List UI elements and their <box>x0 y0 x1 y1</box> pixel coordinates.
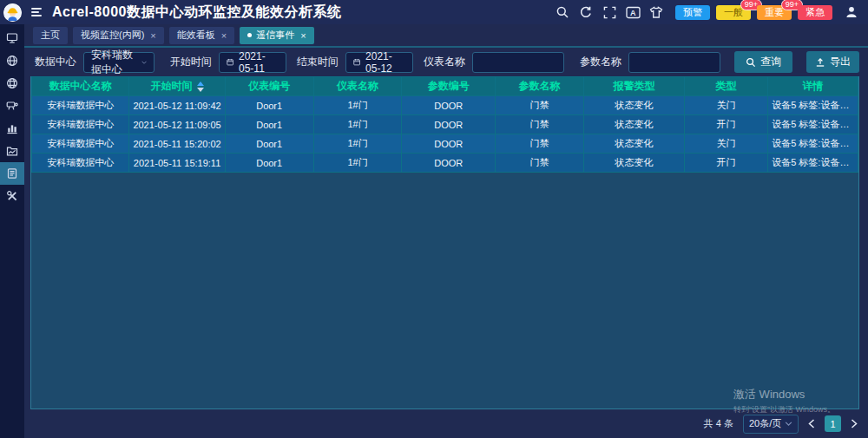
alarm-badge[interactable]: 预警 <box>675 5 710 20</box>
sidebar-item-globe[interactable] <box>0 49 24 72</box>
param-name-input[interactable] <box>629 53 720 72</box>
page-size-select[interactable]: 20条/页 <box>743 415 799 434</box>
sidebar-item-document[interactable] <box>0 162 24 185</box>
theme-icon[interactable] <box>648 4 664 20</box>
total-count: 共 4 条 <box>704 417 733 430</box>
table-cell: 安科瑞数据中心 <box>32 96 129 115</box>
table-cell: Door1 <box>225 115 313 134</box>
table-cell: 1#门 <box>313 134 402 154</box>
column-header[interactable]: 开始时间 <box>129 77 225 96</box>
table-cell: DOOR <box>402 154 496 173</box>
start-time-label: 开始时间 <box>170 55 212 69</box>
tab-主页[interactable]: 主页 <box>33 27 68 44</box>
table-cell: 安科瑞数据中心 <box>32 134 129 154</box>
table-cell: Door1 <box>225 154 313 173</box>
sidebar-item-bar-chart[interactable] <box>0 117 24 140</box>
prev-page-icon[interactable] <box>808 419 815 428</box>
calendar-icon <box>227 57 233 67</box>
events-table: 数据中心名称开始时间仪表编号仪表名称参数编号参数名称报警类型类型详情 安科瑞数据… <box>31 76 858 173</box>
table-cell: 1#门 <box>313 154 402 173</box>
end-date-value: 2021-05-12 <box>365 50 405 75</box>
column-header: 仪表编号 <box>225 77 313 96</box>
start-date-input[interactable]: 2021-05-11 <box>219 52 286 73</box>
table-cell: Door1 <box>225 134 313 154</box>
document-icon <box>6 167 18 180</box>
table-panel: 数据中心名称开始时间仪表编号仪表名称参数编号参数名称报警类型类型详情 安科瑞数据… <box>30 76 859 409</box>
end-date-input[interactable]: 2021-05-12 <box>345 52 413 73</box>
sort-icon[interactable] <box>197 82 204 92</box>
datacenter-select-value: 安科瑞数据中心 <box>91 48 136 77</box>
folder-chart-icon <box>6 145 18 157</box>
table-cell: 2021-05-11 15:19:11 <box>129 154 225 173</box>
fullscreen-icon[interactable] <box>602 4 617 20</box>
calendar-icon <box>353 57 360 67</box>
table-row[interactable]: 安科瑞数据中心2021-05-12 11:09:05Door11#门DOOR门禁… <box>32 115 858 134</box>
table-cell: 门禁 <box>496 96 584 115</box>
tab-能效看板[interactable]: 能效看板× <box>169 27 234 44</box>
tab-遥信事件[interactable]: 遥信事件× <box>240 27 313 44</box>
font-size-icon[interactable]: A <box>625 4 641 20</box>
table-cell: 门禁 <box>496 115 584 134</box>
param-name-label: 参数名称 <box>580 55 621 69</box>
sidebar-item-tools[interactable] <box>0 185 24 207</box>
menu-toggle-icon[interactable] <box>31 8 42 16</box>
tab-label: 视频监控(内网) <box>81 29 144 42</box>
column-header: 报警类型 <box>583 77 684 96</box>
table-cell: 关门 <box>685 96 768 115</box>
active-tab-dot <box>247 33 252 37</box>
meter-name-label: 仪表名称 <box>424 55 465 69</box>
tab-close-icon[interactable]: × <box>150 30 155 41</box>
table-row[interactable]: 安科瑞数据中心2021-05-11 15:20:02Door11#门DOOR门禁… <box>32 134 858 154</box>
sidebar-item-monitor[interactable] <box>0 27 24 49</box>
table-cell: 安科瑞数据中心 <box>32 154 129 173</box>
refresh-icon[interactable] <box>578 4 594 20</box>
table-cell: 门禁 <box>496 134 584 154</box>
tab-bar: 主页视频监控(内网)×能效看板×遥信事件× <box>24 24 868 48</box>
chevron-down-icon <box>785 422 792 426</box>
alarm-badge[interactable]: 一般99+ <box>716 5 751 20</box>
table-cell: 状态变化 <box>583 154 684 173</box>
table-cell: 设备5 标签:设备5 类型... <box>768 134 858 154</box>
table-cell: 设备5 标签:设备5 类型... <box>768 115 858 134</box>
datacenter-select[interactable]: 安科瑞数据中心 <box>83 52 155 73</box>
tab-close-icon[interactable]: × <box>300 30 306 41</box>
sidebar-item-globe2[interactable] <box>0 72 24 95</box>
alarm-badge[interactable]: 重要99+ <box>757 5 792 20</box>
table-cell: 设备5 标签:设备5 类型... <box>768 96 858 115</box>
current-page[interactable]: 1 <box>825 415 841 432</box>
alarm-badges: 预警一般99+重要99+紧急 <box>675 5 832 20</box>
meter-name-input[interactable] <box>473 53 563 72</box>
sidebar-item-folder-chart[interactable] <box>0 140 24 162</box>
sidebar-item-camera[interactable] <box>0 95 24 117</box>
tab-label: 主页 <box>41 29 60 42</box>
filter-bar: 数据中心 安科瑞数据中心 开始时间 2021-05-11 结束时间 2021-0… <box>24 48 868 76</box>
query-button[interactable]: 查询 <box>734 51 792 73</box>
tab-label: 能效看板 <box>177 29 215 42</box>
globe2-icon <box>6 77 18 89</box>
next-page-icon[interactable] <box>851 419 858 428</box>
table-cell: 安科瑞数据中心 <box>32 115 129 134</box>
column-header: 数据中心名称 <box>32 77 129 96</box>
table-cell: 2021-05-12 11:09:42 <box>129 96 225 115</box>
table-cell: 关门 <box>685 134 768 154</box>
user-icon[interactable] <box>844 4 859 20</box>
table-row[interactable]: 安科瑞数据中心2021-05-11 15:19:11Door11#门DOOR门禁… <box>32 154 858 173</box>
export-icon <box>815 57 825 67</box>
column-header: 仪表名称 <box>313 77 402 96</box>
column-header: 参数编号 <box>402 77 496 96</box>
table-cell: DOOR <box>402 96 496 115</box>
tab-视频监控(内网)[interactable]: 视频监控(内网)× <box>73 27 164 44</box>
table-cell: 门禁 <box>496 154 584 173</box>
end-time-label: 结束时间 <box>297 55 339 69</box>
tab-label: 遥信事件 <box>256 29 294 42</box>
export-button[interactable]: 导出 <box>806 51 859 73</box>
search-icon[interactable] <box>555 4 570 20</box>
column-header: 参数名称 <box>496 77 584 96</box>
table-row[interactable]: 安科瑞数据中心2021-05-12 11:09:42Door11#门DOOR门禁… <box>32 96 858 115</box>
table-cell: 开门 <box>685 115 768 134</box>
table-cell: 状态变化 <box>583 134 684 154</box>
table-cell: 1#门 <box>313 115 402 134</box>
datacenter-label: 数据中心 <box>35 55 76 69</box>
alarm-badge[interactable]: 紧急 <box>798 5 832 20</box>
tab-close-icon[interactable]: × <box>221 30 227 41</box>
